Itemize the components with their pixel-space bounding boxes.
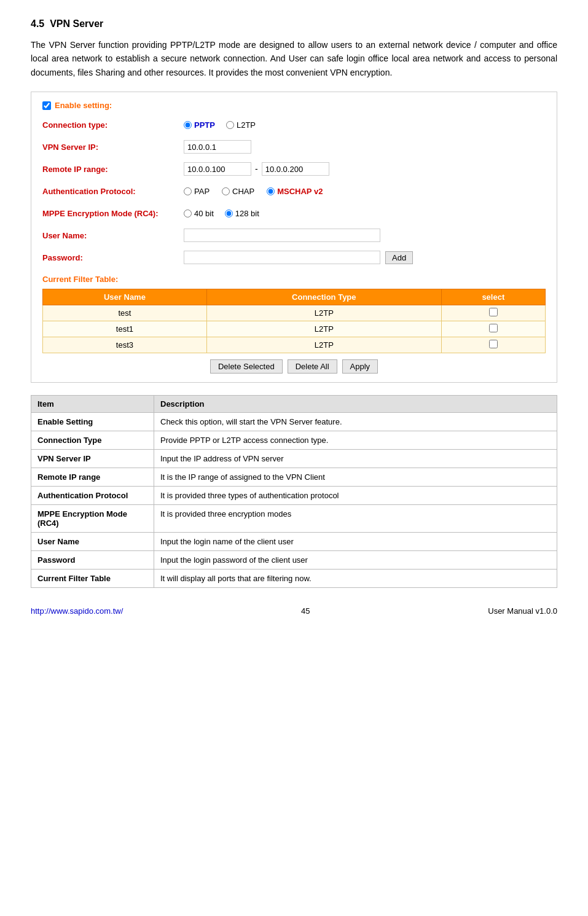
40bit-radio[interactable]	[184, 209, 192, 217]
mppe-group: 40 bit 128 bit	[184, 209, 259, 218]
desc-description: It will display all ports that are filte…	[154, 570, 557, 588]
table-row: MPPE Encryption Mode (RC4) It is provide…	[31, 505, 557, 533]
table-row: VPN Server IP Input the IP address of VP…	[31, 450, 557, 468]
password-label: Password:	[42, 253, 184, 262]
range-dash: -	[255, 164, 258, 174]
user-name-row: User Name:	[42, 227, 546, 244]
table-row: Current Filter Table It will display all…	[31, 570, 557, 588]
footer-version: User Manual v1.0.0	[488, 606, 557, 616]
mppe-row: MPPE Encryption Mode (RC4): 40 bit 128 b…	[42, 205, 546, 222]
user-name-label: User Name:	[42, 231, 184, 240]
filter-header-select: select	[441, 289, 545, 305]
chap-label: CHAP	[232, 187, 254, 196]
pap-label: PAP	[194, 187, 210, 196]
table-row: test L2TP	[43, 305, 546, 321]
apply-button[interactable]: Apply	[342, 359, 378, 374]
desc-header-item: Item	[31, 396, 154, 413]
table-row: Authentication Protocol It is provided t…	[31, 487, 557, 505]
connection-type-row: Connection type: PPTP L2TP	[42, 116, 546, 133]
filter-table: User Name Connection Type select test L2…	[42, 289, 546, 353]
desc-item: Connection Type	[31, 431, 154, 450]
mschap-label: MSCHAP v2	[277, 187, 323, 196]
table-row: Connection Type Provide PPTP or L2TP acc…	[31, 431, 557, 450]
l2tp-label: L2TP	[237, 120, 256, 130]
table-row: Enable Setting Check this option, will s…	[31, 413, 557, 431]
pap-radio-label[interactable]: PAP	[184, 187, 210, 196]
mschap-radio-label[interactable]: MSCHAP v2	[267, 187, 323, 196]
filter-select-checkbox[interactable]	[489, 308, 498, 316]
desc-item: Remote IP range	[31, 468, 154, 487]
filter-user: test3	[43, 337, 207, 353]
mschap-radio[interactable]	[267, 187, 275, 195]
desc-description: Check this option, will start the VPN Se…	[154, 413, 557, 431]
remote-ip-label: Remote IP range:	[42, 165, 184, 174]
intro-paragraph: The VPN Server function providing PPTP/L…	[31, 38, 557, 79]
auth-protocol-row: Authentication Protocol: PAP CHAP MSCHAP…	[42, 182, 546, 200]
table-row: test3 L2TP	[43, 337, 546, 353]
enable-setting-row: Enable setting:	[42, 101, 546, 110]
40bit-label: 40 bit	[194, 209, 214, 218]
vpn-server-ip-label: VPN Server IP:	[42, 143, 184, 152]
desc-description: Provide PPTP or L2TP access connection t…	[154, 431, 557, 450]
desc-description: Input the IP address of VPN server	[154, 450, 557, 468]
delete-all-button[interactable]: Delete All	[288, 359, 337, 374]
footer-link[interactable]: http://www.sapido.com.tw/	[31, 606, 123, 616]
password-input[interactable]	[184, 251, 380, 264]
pap-radio[interactable]	[184, 187, 192, 195]
filter-select-checkbox[interactable]	[489, 340, 498, 348]
footer: http://www.sapido.com.tw/ 45 User Manual…	[31, 606, 557, 616]
filter-user: test1	[43, 321, 207, 337]
enable-checkbox[interactable]	[42, 101, 51, 110]
desc-item: MPPE Encryption Mode (RC4)	[31, 505, 154, 533]
filter-select-cell[interactable]	[441, 337, 545, 353]
128bit-radio-label[interactable]: 128 bit	[225, 209, 259, 218]
connection-type-label: Connection type:	[42, 120, 184, 130]
pptp-radio[interactable]	[184, 121, 192, 129]
table-row: test1 L2TP	[43, 321, 546, 337]
vpn-server-ip-input[interactable]	[184, 140, 251, 154]
desc-description: Input the login password of the client u…	[154, 551, 557, 570]
desc-description: Input the login name of the client user	[154, 533, 557, 551]
delete-selected-button[interactable]: Delete Selected	[210, 359, 283, 374]
chap-radio-label[interactable]: CHAP	[222, 187, 254, 196]
add-button[interactable]: Add	[385, 251, 413, 264]
table-row: Remote IP range It is the IP range of as…	[31, 468, 557, 487]
desc-header-description: Description	[154, 396, 557, 413]
description-table: Item Description Enable Setting Check th…	[31, 395, 557, 588]
config-panel: Enable setting: Connection type: PPTP L2…	[31, 92, 557, 383]
user-name-input[interactable]	[184, 229, 380, 242]
l2tp-radio-label[interactable]: L2TP	[226, 120, 256, 130]
128bit-radio[interactable]	[225, 209, 233, 217]
filter-select-checkbox[interactable]	[489, 324, 498, 332]
filter-conn-type: L2TP	[206, 305, 441, 321]
desc-item: Password	[31, 551, 154, 570]
desc-item: User Name	[31, 533, 154, 551]
filter-header-conntype: Connection Type	[206, 289, 441, 305]
section-title: 4.5 VPN Server	[31, 18, 557, 29]
desc-item: VPN Server IP	[31, 450, 154, 468]
password-row: Password: Add	[42, 249, 546, 266]
filter-header-username: User Name	[43, 289, 207, 305]
remote-ip-start-input[interactable]	[184, 162, 251, 176]
connection-type-group: PPTP L2TP	[184, 120, 256, 130]
desc-item: Current Filter Table	[31, 570, 154, 588]
footer-page: 45	[301, 606, 310, 616]
auth-protocol-label: Authentication Protocol:	[42, 187, 184, 196]
filter-table-title: Current Filter Table:	[42, 275, 546, 284]
filter-select-cell[interactable]	[441, 305, 545, 321]
40bit-radio-label[interactable]: 40 bit	[184, 209, 214, 218]
mppe-label: MPPE Encryption Mode (RC4):	[42, 209, 184, 218]
filter-user: test	[43, 305, 207, 321]
128bit-label: 128 bit	[235, 209, 259, 218]
l2tp-radio[interactable]	[226, 121, 234, 129]
desc-description: It is the IP range of assigned to the VP…	[154, 468, 557, 487]
chap-radio[interactable]	[222, 187, 230, 195]
filter-select-cell[interactable]	[441, 321, 545, 337]
table-row: User Name Input the login name of the cl…	[31, 533, 557, 551]
desc-description: It is provided three types of authentica…	[154, 487, 557, 505]
table-row: Password Input the login password of the…	[31, 551, 557, 570]
remote-ip-end-input[interactable]	[262, 162, 329, 176]
pptp-label: PPTP	[194, 120, 215, 130]
desc-item: Authentication Protocol	[31, 487, 154, 505]
pptp-radio-label[interactable]: PPTP	[184, 120, 215, 130]
